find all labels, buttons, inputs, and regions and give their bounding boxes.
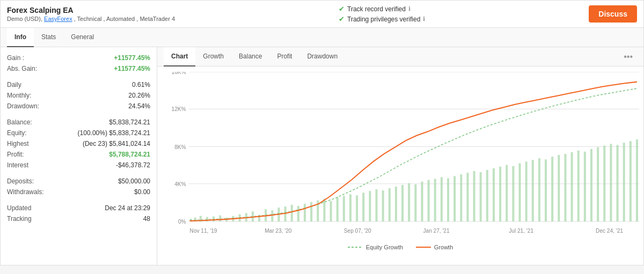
subtitle-plain: Demo (USD), [7, 16, 44, 22]
chart-tab-balance[interactable]: Balance [231, 47, 269, 66]
svg-rect-54 [466, 173, 469, 221]
svg-rect-80 [636, 139, 638, 221]
highest-label: Highest [7, 140, 29, 147]
growth-label: Growth [434, 244, 453, 250]
header-left: Forex Scalping EA Demo (USD), EasyForex … [7, 6, 175, 22]
check-icon-1: ✔ [339, 5, 345, 13]
discuss-button[interactable]: Discuss [589, 5, 637, 23]
svg-rect-28 [297, 206, 299, 221]
svg-rect-33 [330, 201, 332, 221]
chart-tab-chart[interactable]: Chart [164, 47, 195, 66]
equity-row: Equity: (100.00%) $5,838,724.21 [7, 128, 150, 138]
svg-rect-27 [291, 205, 293, 221]
withdrawals-label: Withdrawals: [7, 188, 44, 196]
interest-row: Interest -$46,378.72 [7, 160, 150, 171]
withdrawals-row: Withdrawals: $0.00 [7, 187, 150, 197]
chart-tab-bar: Chart Growth Balance Profit Drawdown ••• [157, 47, 643, 66]
svg-rect-76 [610, 144, 612, 221]
gain-value: +11577.45% [114, 54, 150, 62]
svg-text:Jan 27, '21: Jan 27, '21 [423, 228, 449, 234]
svg-rect-66 [545, 159, 547, 221]
chart-tab-growth[interactable]: Growth [195, 47, 231, 66]
svg-rect-36 [349, 194, 352, 221]
svg-text:4K%: 4K% [174, 181, 186, 187]
verified-badges: ✔ Track record verified ℹ ✔ Trading priv… [339, 5, 425, 23]
svg-text:Mar 23, '20: Mar 23, '20 [265, 228, 292, 234]
svg-rect-60 [506, 165, 508, 221]
svg-rect-69 [564, 154, 566, 221]
monthly-label: Monthly: [7, 92, 31, 99]
verified-label-2: Trading privileges verified [347, 16, 420, 23]
gain-row: Gain : +11577.45% [7, 53, 150, 63]
svg-rect-78 [623, 143, 625, 221]
svg-rect-37 [356, 195, 358, 221]
svg-rect-39 [369, 191, 371, 221]
tab-info[interactable]: Info [7, 28, 34, 47]
growth-line-icon [416, 245, 431, 249]
monthly-value: 20.26% [128, 92, 150, 99]
svg-rect-40 [375, 189, 377, 221]
gain-label: Gain : [7, 54, 24, 62]
track-record-verified: ✔ Track record verified ℹ [339, 5, 425, 13]
svg-text:0%: 0% [178, 219, 186, 225]
svg-rect-46 [414, 184, 416, 221]
svg-rect-48 [428, 180, 430, 222]
header-subtitle: Demo (USD), EasyForex , Technical , Auto… [7, 16, 175, 22]
svg-rect-71 [577, 151, 580, 221]
content-area: Gain : +11577.45% Abs. Gain: +11577.45% … [1, 47, 643, 265]
updated-label: Updated [7, 204, 31, 212]
svg-rect-67 [551, 157, 553, 221]
svg-rect-44 [401, 185, 404, 221]
equity-growth-line-icon [348, 245, 363, 249]
easy-forex-link[interactable]: EasyForex [44, 16, 72, 22]
more-options-icon[interactable]: ••• [619, 48, 637, 66]
bar-chart-group [190, 139, 638, 221]
equity-value: (100.00%) $5,838,724.21 [78, 129, 150, 137]
interest-value: -$46,378.72 [116, 161, 150, 169]
svg-rect-41 [382, 190, 384, 221]
svg-rect-58 [493, 168, 495, 221]
svg-text:8K%: 8K% [174, 144, 186, 150]
abs-gain-row: Abs. Gain: +11577.45% [7, 63, 150, 74]
svg-rect-43 [395, 187, 397, 221]
info-icon-1[interactable]: ℹ [408, 5, 411, 12]
tracking-value: 48 [143, 215, 150, 223]
check-icon-2: ✔ [339, 15, 345, 23]
svg-text:Jul 21, '21: Jul 21, '21 [509, 228, 533, 234]
profit-row: Profit: $5,788,724.21 [7, 149, 150, 160]
svg-rect-49 [434, 179, 436, 221]
svg-rect-61 [512, 166, 514, 221]
deposits-label: Deposits: [7, 177, 34, 185]
tab-general[interactable]: General [63, 28, 101, 47]
tab-stats[interactable]: Stats [34, 28, 63, 47]
svg-rect-62 [518, 164, 521, 222]
svg-rect-77 [617, 145, 619, 221]
svg-rect-29 [304, 204, 306, 221]
monthly-row: Monthly: 20.26% [7, 90, 150, 101]
chart-tab-drawdown[interactable]: Drawdown [299, 47, 345, 66]
svg-rect-55 [473, 171, 475, 221]
info-icon-2[interactable]: ℹ [423, 16, 425, 23]
daily-row: Daily 0.61% [7, 79, 150, 90]
updated-value: Dec 24 at 23:29 [105, 204, 150, 212]
svg-rect-63 [525, 161, 528, 221]
svg-rect-56 [480, 172, 482, 221]
svg-rect-72 [584, 152, 586, 221]
svg-rect-74 [597, 147, 599, 221]
withdrawals-value: $0.00 [134, 188, 150, 196]
svg-rect-75 [603, 145, 605, 221]
highest-value: (Dec 23) $5,841,024.14 [83, 140, 150, 147]
equity-growth-label: Equity Growth [366, 244, 403, 250]
svg-rect-51 [447, 178, 449, 221]
svg-rect-52 [453, 176, 456, 221]
chart-tab-profit[interactable]: Profit [269, 47, 299, 66]
highest-row: Highest (Dec 23) $5,841,024.14 [7, 138, 150, 149]
equity-label: Equity: [7, 129, 27, 137]
svg-rect-35 [343, 196, 345, 221]
chart-tabs-left: Chart Growth Balance Profit Drawdown [164, 47, 345, 66]
svg-rect-30 [310, 202, 312, 221]
svg-text:Sep 07, '20: Sep 07, '20 [344, 228, 371, 234]
svg-rect-45 [408, 183, 410, 221]
growth-line [190, 82, 637, 221]
svg-rect-68 [558, 155, 560, 221]
